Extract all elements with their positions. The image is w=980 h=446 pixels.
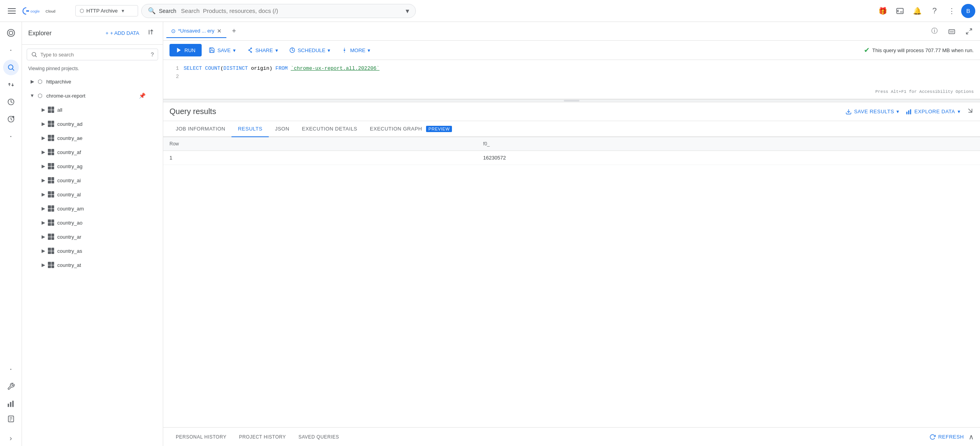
expand-country-ag-icon[interactable]: ▶ xyxy=(39,162,47,170)
expand-results-button[interactable] xyxy=(967,107,974,116)
project-chrome-ux-report[interactable]: ▼ ⬡ chrome-ux-report 📌 ⋮ xyxy=(22,89,163,103)
new-tab-button[interactable]: + xyxy=(228,25,240,38)
hamburger-menu[interactable] xyxy=(5,5,19,17)
help-icon-btn[interactable]: ? xyxy=(927,3,942,19)
sidebar-clipboard-icon[interactable] xyxy=(3,413,19,429)
gift-icon-btn[interactable]: 🎁 xyxy=(875,3,891,19)
add-data-button[interactable]: + + ADD DATA xyxy=(102,28,142,38)
run-icon xyxy=(176,47,182,53)
schedule-dropdown-icon: ▾ xyxy=(328,47,330,53)
tab-project-history[interactable]: PROJECT HISTORY xyxy=(233,430,292,444)
query-tab-unsaved[interactable]: ⊙ *Unsaved ... ery ✕ xyxy=(166,25,226,38)
add-icon: + xyxy=(106,30,109,36)
explorer-search-box[interactable]: ? xyxy=(27,49,158,60)
tab-job-information[interactable]: JOB INFORMATION xyxy=(169,121,231,137)
dataset-country-ao[interactable]: ▶ country_ao ⋮ xyxy=(30,216,163,230)
save-results-button[interactable]: SAVE RESULTS ▾ xyxy=(845,109,900,115)
explorer-search-input[interactable] xyxy=(40,52,148,58)
tab-results[interactable]: RESULTS xyxy=(231,121,269,137)
dataset-country-ar[interactable]: ▶ country_ar ⋮ xyxy=(30,230,163,244)
svg-line-37 xyxy=(250,51,251,52)
viewing-pinned-text: Viewing pinned projects. xyxy=(22,64,163,74)
table-icon-ao xyxy=(47,219,55,227)
data-table: Row f0_ 1 16230572 xyxy=(163,137,980,165)
dataset-country-ae-label: country_ae xyxy=(57,135,147,141)
expand-country-ai-icon[interactable]: ▶ xyxy=(39,176,47,184)
refresh-button[interactable]: REFRESH xyxy=(929,434,964,440)
google-cloud-logo: oogle Cloud xyxy=(22,3,69,19)
dataset-country-ad[interactable]: ▶ country_ad ⋮ xyxy=(30,117,163,131)
search-input[interactable] xyxy=(181,7,403,14)
tab-label: *Unsaved ... ery xyxy=(178,28,215,34)
collapse-explorer-button[interactable] xyxy=(146,27,157,40)
expand-country-ao-icon[interactable]: ▶ xyxy=(39,219,47,227)
user-avatar[interactable]: B xyxy=(961,4,975,18)
expand-country-al-icon[interactable]: ▶ xyxy=(39,190,47,198)
expand-country-as-icon[interactable]: ▶ xyxy=(39,247,47,255)
bell-icon-btn[interactable]: 🔔 xyxy=(909,3,925,19)
share-button[interactable]: SHARE ▾ xyxy=(243,44,282,56)
expand-country-ar-icon[interactable]: ▶ xyxy=(39,233,47,241)
expand-country-ad-icon[interactable]: ▶ xyxy=(39,120,47,128)
dataset-country-ag[interactable]: ▶ country_ag ⋮ xyxy=(30,159,163,173)
code-line-2: 2 xyxy=(169,73,974,81)
explore-data-button[interactable]: EXPLORE DATA ▾ xyxy=(906,109,960,115)
project-name: HTTP Archive xyxy=(86,8,118,14)
sidebar-transfer-icon[interactable] xyxy=(3,77,19,92)
more-vert-icon-btn[interactable]: ⋮ xyxy=(944,3,960,19)
icon-sidebar: ● ● ● › xyxy=(0,22,22,446)
more-button[interactable]: MORE ▾ xyxy=(337,44,374,56)
schedule-button[interactable]: SCHEDULE ▾ xyxy=(285,44,335,56)
sidebar-chart-icon[interactable] xyxy=(3,396,19,412)
expand-httparchive-icon[interactable]: ▶ xyxy=(28,78,36,85)
run-button[interactable]: RUN xyxy=(169,44,202,56)
dataset-country-ae[interactable]: ▶ country_ae ⋮ xyxy=(30,131,163,145)
save-button[interactable]: SAVE ▾ xyxy=(205,44,240,56)
dataset-country-af[interactable]: ▶ country_af ⋮ xyxy=(30,145,163,159)
tab-fullscreen-icon[interactable] xyxy=(961,24,977,39)
expand-country-af-icon[interactable]: ▶ xyxy=(39,148,47,156)
sidebar-expand-icon[interactable]: › xyxy=(3,430,19,446)
dataset-country-as[interactable]: ▶ country_as ⋮ xyxy=(30,244,163,258)
expand-country-at-icon[interactable]: ▶ xyxy=(39,261,47,269)
tab-actions: ⓘ xyxy=(927,24,977,39)
tab-json[interactable]: JSON xyxy=(269,121,296,137)
dataset-country-ai[interactable]: ▶ country_ai ⋮ xyxy=(30,173,163,187)
code-editor[interactable]: 1 SELECT COUNT(DISTINCT origin) FROM `ch… xyxy=(163,60,980,99)
tab-execution-graph[interactable]: EXECUTION GRAPH PREVIEW xyxy=(364,121,459,137)
tab-keyboard-icon[interactable] xyxy=(944,24,960,39)
expand-country-ae-icon[interactable]: ▶ xyxy=(39,134,47,142)
dataset-all[interactable]: ▶ all ⋮ xyxy=(30,103,163,117)
dataset-all-label: all xyxy=(57,107,147,113)
tab-info-icon[interactable]: ⓘ xyxy=(927,24,942,39)
dataset-country-af-label: country_af xyxy=(57,149,147,155)
collapse-bottom-button[interactable]: ∧ xyxy=(969,433,974,441)
dataset-country-at[interactable]: ▶ country_at ⋮ xyxy=(30,258,163,272)
explorer-actions: + + ADD DATA xyxy=(102,27,157,40)
search-expand-icon[interactable]: ▾ xyxy=(406,7,409,15)
project-selector[interactable]: ⬡ HTTP Archive ▾ xyxy=(75,5,138,16)
query-tabs: ⊙ *Unsaved ... ery ✕ + ⓘ xyxy=(163,22,980,41)
search-help-icon[interactable]: ? xyxy=(151,51,154,58)
sidebar-dashboard-icon[interactable] xyxy=(3,25,19,41)
expand-country-am-icon[interactable]: ▶ xyxy=(39,205,47,212)
tab-execution-details[interactable]: EXECUTION DETAILS xyxy=(296,121,364,137)
tab-saved-queries[interactable]: SAVED QUERIES xyxy=(292,430,346,444)
sidebar-history-icon[interactable] xyxy=(3,94,19,110)
project-httparchive[interactable]: ▶ ⬡ httparchive ⋮ xyxy=(22,74,163,89)
svg-point-7 xyxy=(9,31,13,34)
expand-chrome-ux-icon[interactable]: ▼ xyxy=(28,92,36,100)
dataset-country-am[interactable]: ▶ country_am ⋮ xyxy=(30,201,163,216)
console-icon-btn[interactable] xyxy=(892,3,908,19)
expand-all-icon[interactable]: ▶ xyxy=(39,106,47,114)
dataset-country-al[interactable]: ▶ country_al ⋮ xyxy=(30,187,163,201)
sidebar-wrench-icon[interactable] xyxy=(3,379,19,394)
sidebar-search-icon[interactable] xyxy=(3,60,19,75)
svg-line-36 xyxy=(250,49,251,50)
tab-personal-history[interactable]: PERSONAL HISTORY xyxy=(169,430,233,444)
tab-close-button[interactable]: ✕ xyxy=(217,28,222,34)
project-network-icon: ⬡ xyxy=(80,8,84,14)
resize-handle[interactable] xyxy=(163,99,980,102)
sidebar-scheduled-icon[interactable] xyxy=(3,111,19,127)
global-search-bar[interactable]: 🔍 Search ▾ xyxy=(141,4,416,18)
